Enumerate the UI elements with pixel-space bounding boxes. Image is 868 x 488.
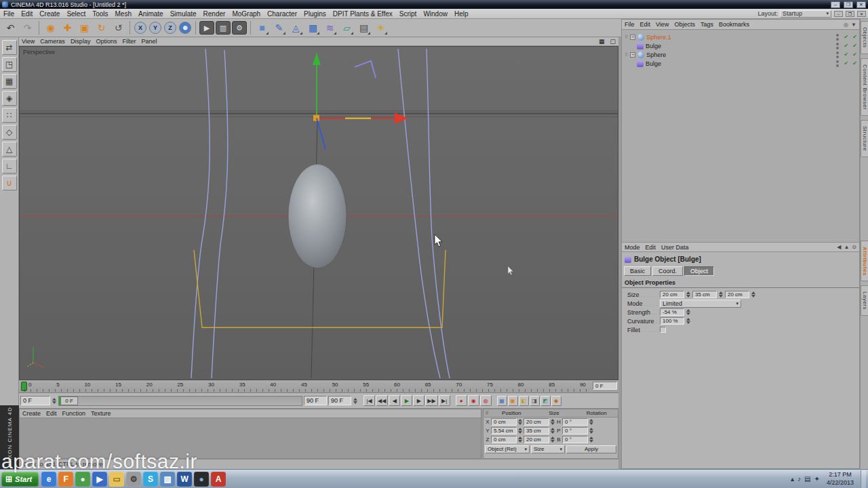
- perspective-viewport[interactable]: Perspective: [19, 46, 618, 380]
- menu-item[interactable]: File: [0, 10, 18, 18]
- add-subdivision-icon[interactable]: ◬: [288, 20, 304, 36]
- show-desktop-button[interactable]: [861, 470, 866, 488]
- bulge-object-icon[interactable]: [637, 60, 644, 67]
- tab-basic[interactable]: Basic: [624, 266, 651, 276]
- previous-key-button[interactable]: ◀◀: [376, 395, 388, 406]
- add-camera-icon[interactable]: ▤: [356, 20, 372, 36]
- am-menu-item[interactable]: Edit: [643, 244, 659, 251]
- window-minimize-button[interactable]: –: [831, 1, 840, 8]
- sphere-object[interactable]: [288, 164, 347, 268]
- viewport-menu-item[interactable]: Panel: [138, 38, 159, 45]
- rotation-band[interactable]: [355, 61, 376, 78]
- dock-tab-layers[interactable]: Layers: [861, 285, 868, 316]
- menu-item[interactable]: Select: [63, 10, 89, 18]
- keyframe-mode-button[interactable]: ◆: [551, 396, 561, 406]
- menu-item[interactable]: Tools: [89, 10, 111, 18]
- curvature-field[interactable]: 100 %: [660, 317, 684, 325]
- add-deformer-icon[interactable]: ≋: [322, 20, 338, 36]
- record-active-objects-button[interactable]: ●: [456, 395, 467, 406]
- bulge-size-z-field[interactable]: 20 cm: [725, 291, 749, 298]
- lock-x-axis-button[interactable]: X: [134, 22, 146, 34]
- undo-icon[interactable]: ↶: [3, 20, 18, 36]
- current-frame-field[interactable]: 0 F: [20, 396, 50, 405]
- size-mode-select[interactable]: Size: [531, 445, 565, 453]
- settings-icon[interactable]: ⚙: [126, 472, 141, 487]
- bulge-cage-line[interactable]: [398, 49, 440, 378]
- material-menu-item[interactable]: Function: [60, 410, 89, 417]
- skype-icon[interactable]: S: [143, 472, 158, 487]
- panel-grip-icon[interactable]: ⠿: [484, 411, 490, 416]
- rotation-p-field[interactable]: 0 °: [562, 427, 588, 434]
- menu-item[interactable]: Render: [200, 10, 229, 18]
- add-array-icon[interactable]: ▩: [305, 20, 321, 36]
- menu-item[interactable]: Window: [420, 10, 451, 18]
- object-row[interactable]: ⠿ − Sphere.1 ✔ ✔: [622, 33, 859, 41]
- material-menu-item[interactable]: Texture: [88, 410, 114, 417]
- gizmo-origin[interactable]: [313, 115, 319, 121]
- model-mode-icon[interactable]: ◳: [2, 57, 17, 72]
- material-menu-item[interactable]: Create: [20, 410, 43, 417]
- enable-axis-icon[interactable]: ∟: [2, 159, 17, 174]
- viewport-menu-item[interactable]: Filter: [119, 38, 138, 45]
- autokeying-button[interactable]: ◉: [468, 395, 479, 406]
- mdi-close-button[interactable]: ✕: [857, 11, 866, 17]
- dock-tab-structure[interactable]: Structure: [861, 120, 868, 157]
- menu-item[interactable]: Edit: [18, 10, 36, 18]
- menu-item[interactable]: Help: [451, 10, 472, 18]
- add-spline-icon[interactable]: ✎: [271, 20, 287, 36]
- coordinate-system-button[interactable]: ⊕: [179, 22, 191, 34]
- adobe-icon[interactable]: A: [211, 472, 226, 487]
- enabled-check-icon[interactable]: ✔: [852, 43, 857, 49]
- rotate-tool-icon[interactable]: ↻: [94, 20, 109, 36]
- object-row[interactable]: Bulge ✔ ✔: [622, 41, 859, 50]
- render-view-icon[interactable]: ▶: [199, 21, 214, 35]
- scale-tool-icon[interactable]: ▣: [77, 20, 92, 36]
- position-y-field[interactable]: 5.54 cm: [491, 427, 517, 434]
- om-menu-item[interactable]: File: [622, 21, 637, 28]
- size-z-field[interactable]: 20 cm: [524, 436, 549, 443]
- sphere-object-icon[interactable]: [637, 52, 644, 58]
- position-z-field[interactable]: 0 cm: [491, 436, 517, 443]
- menu-item[interactable]: Animate: [135, 10, 167, 18]
- enabled-check-icon[interactable]: ✔: [844, 52, 849, 58]
- dock-tab-content-browser[interactable]: Content Browser: [861, 58, 868, 116]
- media-player-icon[interactable]: ▶: [92, 472, 107, 487]
- om-filter-icon[interactable]: ▼: [851, 22, 856, 28]
- edges-mode-icon[interactable]: ◇: [2, 125, 17, 140]
- menu-item[interactable]: Create: [36, 10, 63, 18]
- add-cube-icon[interactable]: ■: [254, 20, 270, 36]
- am-lock-icon[interactable]: ⊙: [852, 244, 856, 250]
- layout-select[interactable]: Startup: [780, 10, 831, 18]
- cinema4d-icon[interactable]: ●: [194, 472, 209, 487]
- viewport-canvas[interactable]: [20, 47, 618, 380]
- polygons-mode-icon[interactable]: △: [2, 142, 17, 157]
- rotation-b-field[interactable]: 0 °: [562, 436, 588, 443]
- last-tool-icon[interactable]: ↺: [111, 20, 126, 36]
- am-menu-item[interactable]: Mode: [622, 244, 643, 251]
- frame-stepper[interactable]: [52, 396, 57, 405]
- record-rotation-toggle[interactable]: ◧: [519, 396, 529, 406]
- viewport-menu-item[interactable]: View: [19, 38, 37, 45]
- render-settings-icon[interactable]: ⚙: [232, 21, 247, 35]
- enabled-check-icon[interactable]: ✔: [852, 34, 857, 40]
- viewport-layout-icon[interactable]: ▦: [596, 38, 608, 45]
- points-mode-icon[interactable]: ∷: [2, 108, 17, 123]
- enabled-check-icon[interactable]: ✔: [852, 60, 857, 66]
- om-menu-item[interactable]: Bookmarks: [716, 21, 752, 28]
- start-button[interactable]: Start: [1, 472, 39, 487]
- tab-object[interactable]: Object: [684, 266, 714, 276]
- visibility-dots-icon[interactable]: [836, 51, 840, 58]
- previous-frame-button[interactable]: ◀: [389, 395, 400, 406]
- play-button[interactable]: ▶: [401, 395, 412, 406]
- ruler-frame-field[interactable]: 0 F: [593, 382, 617, 390]
- menu-item[interactable]: Character: [264, 10, 300, 18]
- taskbar-clock[interactable]: 2:17 PM 4/22/2013: [823, 471, 857, 487]
- goto-start-button[interactable]: |◀: [363, 395, 375, 406]
- action-center-icon[interactable]: ✦: [814, 475, 820, 483]
- expander-icon[interactable]: −: [630, 52, 635, 58]
- redo-icon[interactable]: ↷: [20, 20, 35, 36]
- record-pla-toggle[interactable]: ◩: [540, 396, 551, 406]
- x-axis-arrowhead[interactable]: [395, 113, 408, 124]
- next-frame-button[interactable]: ▶: [413, 395, 425, 406]
- menu-item[interactable]: DPIT Plants & Effex: [330, 10, 396, 18]
